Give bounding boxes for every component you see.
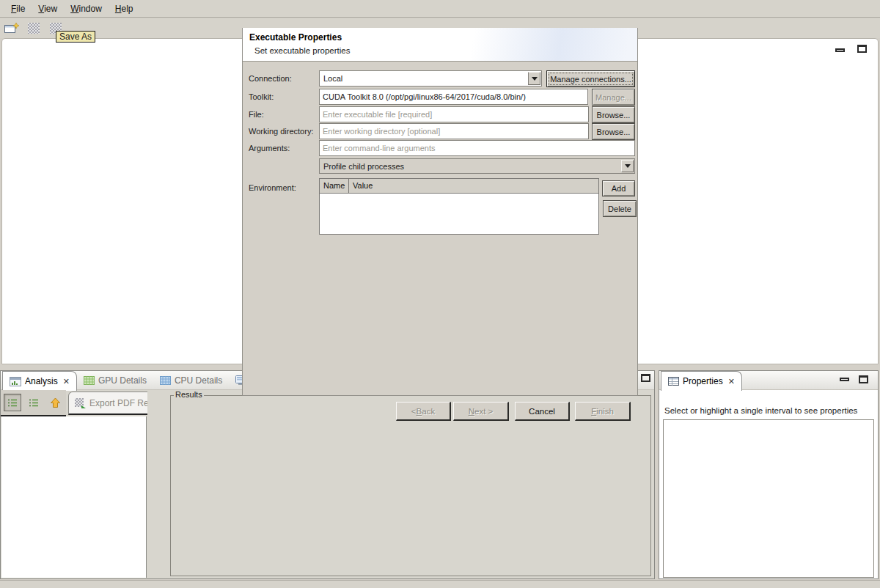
profile-child-processes-value: Profile child processes <box>323 162 404 171</box>
menu-view[interactable]: View <box>33 1 62 16</box>
analysis-list-area <box>1 416 147 578</box>
toolkit-manage-button[interactable]: Manage... <box>592 89 635 106</box>
tab-cpu-details-label: CPU Details <box>175 375 222 386</box>
tab-gpu-details[interactable]: GPU Details <box>77 371 153 389</box>
analysis-toolbar: Export PDF Report <box>1 390 169 416</box>
menu-window-label: indow <box>79 4 102 14</box>
tab-properties[interactable]: Properties ✕ <box>661 371 742 391</box>
gpu-details-icon <box>84 376 95 385</box>
environment-table[interactable]: Name Value <box>319 178 599 235</box>
cancel-button[interactable]: Cancel <box>515 402 570 421</box>
menu-window[interactable]: Window <box>65 1 107 16</box>
save-button[interactable] <box>26 21 42 35</box>
env-column-value[interactable]: Value <box>349 179 598 193</box>
save-as-tooltip: Save As <box>56 31 95 43</box>
guided-list-icon <box>7 398 18 408</box>
next-button[interactable]: Next > <box>453 402 509 421</box>
save-icon <box>28 23 40 34</box>
back-pre: < <box>411 407 417 416</box>
tab-analysis[interactable]: Analysis ✕ <box>2 371 77 391</box>
new-session-icon <box>4 23 19 34</box>
dialog-body: Connection: Local Manage connections... … <box>243 62 637 395</box>
back-mnemonic: B <box>417 407 422 416</box>
new-session-button[interactable] <box>4 21 20 35</box>
file-browse-button[interactable]: Browse... <box>592 106 635 123</box>
add-button[interactable]: Add <box>602 180 635 196</box>
properties-minimize-icon[interactable] <box>840 378 849 381</box>
analysis-panel-maximize-icon[interactable] <box>641 374 650 382</box>
working-directory-browse-button[interactable]: Browse... <box>592 123 635 140</box>
application-window: File View Window Help Save As <box>0 0 880 588</box>
analysis-guided-view-button[interactable] <box>4 394 21 411</box>
working-directory-label: Working directory: <box>249 123 313 139</box>
analysis-icon <box>10 377 21 386</box>
connection-select[interactable]: Local <box>319 70 542 87</box>
close-icon[interactable]: ✕ <box>728 377 735 386</box>
arguments-field[interactable] <box>319 140 635 156</box>
chevron-down-icon[interactable] <box>621 160 634 172</box>
finish-rest: inish <box>596 407 614 416</box>
environment-table-header: Name Value <box>320 179 598 194</box>
next-rest: ext > <box>474 407 493 416</box>
menu-file-label: ile <box>16 4 25 14</box>
tab-analysis-label: Analysis <box>25 376 58 386</box>
env-column-name[interactable]: Name <box>320 179 349 193</box>
dialog-header: Executable Properties Set executable pro… <box>243 28 637 62</box>
cpu-details-icon <box>160 376 171 385</box>
minimize-icon[interactable] <box>835 48 845 52</box>
menu-window-mnemonic: W <box>70 4 78 14</box>
finish-mnemonic: F <box>591 407 596 416</box>
properties-content-box <box>663 419 874 578</box>
menu-view-label: iew <box>44 4 57 14</box>
up-arrow-icon <box>50 397 61 408</box>
properties-maximize-icon[interactable] <box>859 375 868 383</box>
back-button[interactable]: < Back <box>396 402 451 421</box>
toolkit-field[interactable] <box>319 89 588 105</box>
status-bar <box>0 580 880 588</box>
results-groupbox <box>170 395 651 576</box>
arguments-label: Arguments: <box>249 140 290 156</box>
delete-button[interactable]: Delete <box>603 200 637 217</box>
connection-label: Connection: <box>249 70 292 87</box>
dialog-subtitle: Set executable properties <box>254 46 350 55</box>
menu-help-label: elp <box>122 4 133 14</box>
toolkit-label: Toolkit: <box>249 89 274 105</box>
export-pdf-icon <box>75 398 85 408</box>
executable-properties-dialog: Executable Properties Set executable pro… <box>242 28 638 396</box>
next-mnemonic: N <box>469 407 474 416</box>
analysis-unguided-view-button[interactable] <box>25 394 43 411</box>
working-directory-field[interactable] <box>319 123 589 139</box>
menu-help-mnemonic: H <box>115 4 122 14</box>
profile-child-processes-select[interactable]: Profile child processes <box>319 158 635 174</box>
menu-bar: File View Window Help <box>0 0 880 18</box>
results-label: Results <box>174 390 204 399</box>
menu-help[interactable]: Help <box>110 1 139 16</box>
analysis-up-button[interactable] <box>46 394 64 411</box>
maximize-icon[interactable] <box>857 45 867 53</box>
chevron-down-icon[interactable] <box>528 72 540 85</box>
properties-icon <box>668 377 679 386</box>
tab-properties-label: Properties <box>683 376 723 386</box>
menu-view-mnemonic: V <box>38 4 44 14</box>
connection-value: Local <box>323 74 342 83</box>
file-label: File: <box>249 106 264 122</box>
back-rest: ack <box>422 407 435 416</box>
tab-cpu-details[interactable]: CPU Details <box>153 371 229 389</box>
manage-connections-button[interactable]: Manage connections... <box>546 70 635 87</box>
close-icon[interactable]: ✕ <box>63 377 70 386</box>
finish-button[interactable]: Finish <box>575 402 631 421</box>
unguided-list-icon <box>29 398 39 408</box>
analysis-view-mode-group <box>1 390 66 416</box>
properties-panel: Properties ✕ Select or highlight a singl… <box>659 370 879 579</box>
environment-label: Environment: <box>249 180 296 196</box>
dialog-title: Executable Properties <box>249 32 342 43</box>
menu-file[interactable]: File <box>6 1 30 16</box>
file-field[interactable] <box>319 106 589 122</box>
tab-gpu-details-label: GPU Details <box>98 375 147 386</box>
properties-message: Select or highlight a single interval to… <box>664 406 857 415</box>
